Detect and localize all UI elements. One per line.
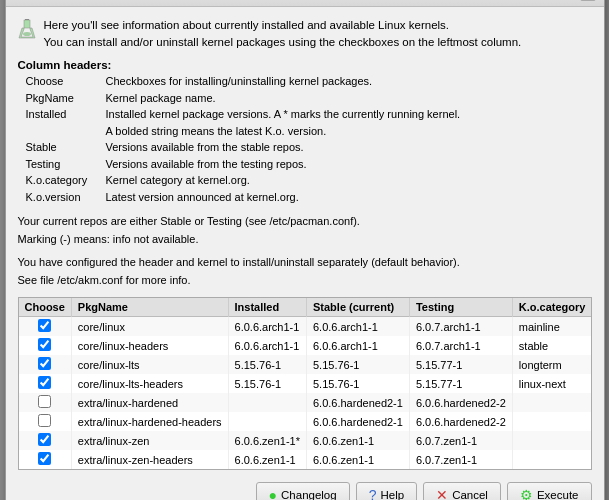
pkgname-cell: extra/linux-hardened-headers xyxy=(71,412,228,431)
changelog-icon: ● xyxy=(269,487,277,500)
checkbox-cell xyxy=(19,317,72,337)
checkbox-cell xyxy=(19,412,72,431)
col-header-testing: Testing Versions available from the test… xyxy=(26,156,592,173)
info-text: Here you'll see information about curren… xyxy=(44,17,522,52)
table-row: core/linux6.0.6.arch1-16.0.6.arch1-16.0.… xyxy=(19,317,592,337)
table-row: extra/linux-hardened-headers6.0.6.harden… xyxy=(19,412,592,431)
help-button[interactable]: ? Help xyxy=(356,482,417,500)
kernel-table-container: Choose PkgName Installed Stable (current… xyxy=(18,297,592,470)
table-row: core/linux-headers6.0.6.arch1-16.0.6.arc… xyxy=(19,336,592,355)
ko-category-cell: stable xyxy=(512,336,591,355)
row-checkbox[interactable] xyxy=(38,395,51,408)
checkbox-cell xyxy=(19,393,72,412)
checkbox-cell xyxy=(19,374,72,393)
pkgname-cell: core/linux xyxy=(71,317,228,337)
ko-category-cell: mainline xyxy=(512,317,591,337)
installed-cell: 5.15.76-1 xyxy=(228,374,306,393)
pkgname-cell: core/linux-lts xyxy=(71,355,228,374)
pkgname-cell: core/linux-lts-headers xyxy=(71,374,228,393)
close-button[interactable]: ✕ xyxy=(580,0,596,1)
installed-cell: 6.0.6.zen1-1* xyxy=(228,431,306,450)
col-header-choose: Choose Checkboxes for installing/uninsta… xyxy=(26,73,592,90)
stable-cell: 6.0.6.arch1-1 xyxy=(306,317,409,337)
info-line2: You can install and/or uninstall kernel … xyxy=(44,34,522,51)
installed-cell xyxy=(228,412,306,431)
col-header-installed: Installed Installed kernel package versi… xyxy=(26,106,592,123)
execute-icon: ⚙ xyxy=(520,487,533,500)
stable-cell: 6.0.6.hardened2-1 xyxy=(306,412,409,431)
help-label: Help xyxy=(380,489,404,500)
pkgname-cell: extra/linux-zen-headers xyxy=(71,450,228,469)
stable-cell: 6.0.6.zen1-1 xyxy=(306,431,409,450)
testing-cell: 6.0.6.hardened2-2 xyxy=(409,393,512,412)
row-checkbox[interactable] xyxy=(38,452,51,465)
col-header-choose-th: Choose xyxy=(19,298,72,317)
note-line1: Your current repos are either Stable or … xyxy=(18,213,592,231)
testing-cell: 6.0.7.arch1-1 xyxy=(409,317,512,337)
col-headers-title: Column headers: xyxy=(18,59,592,71)
stable-cell: 6.0.6.hardened2-1 xyxy=(306,393,409,412)
table-row: core/linux-lts5.15.76-15.15.76-15.15.77-… xyxy=(19,355,592,374)
col-header-ko-version: K.o.version Latest version announced at … xyxy=(26,189,592,206)
info-section: Here you'll see information about curren… xyxy=(18,17,592,52)
help-icon: ? xyxy=(369,487,377,500)
installed-cell: 6.0.6.zen1-1 xyxy=(228,450,306,469)
installed-cell xyxy=(228,393,306,412)
installed-cell: 6.0.6.arch1-1 xyxy=(228,317,306,337)
row-checkbox[interactable] xyxy=(38,338,51,351)
column-headers-section: Column headers: Choose Checkboxes for in… xyxy=(18,59,592,205)
table-header-row: Choose PkgName Installed Stable (current… xyxy=(19,298,592,317)
table-row: extra/linux-zen-headers6.0.6.zen1-16.0.6… xyxy=(19,450,592,469)
row-checkbox[interactable] xyxy=(38,414,51,427)
row-checkbox[interactable] xyxy=(38,433,51,446)
pkgname-cell: extra/linux-hardened xyxy=(71,393,228,412)
ko-category-cell: linux-next xyxy=(512,374,591,393)
col-header-installed-th: Installed xyxy=(228,298,306,317)
table-row: extra/linux-zen6.0.6.zen1-1*6.0.6.zen1-1… xyxy=(19,431,592,450)
pkgname-cell: extra/linux-zen xyxy=(71,431,228,450)
stable-cell: 5.15.76-1 xyxy=(306,355,409,374)
checkbox-cell xyxy=(19,355,72,374)
col-header-stable-th: Stable (current) xyxy=(306,298,409,317)
execute-button[interactable]: ⚙ Execute xyxy=(507,482,592,500)
col-header-ko-category: K.o.category Kernel category at kernel.o… xyxy=(26,172,592,189)
col-header-pkgname-th: PkgName xyxy=(71,298,228,317)
kernel-table: Choose PkgName Installed Stable (current… xyxy=(19,298,592,469)
testing-cell: 5.15.77-1 xyxy=(409,374,512,393)
checkbox-cell xyxy=(19,336,72,355)
row-checkbox[interactable] xyxy=(38,376,51,389)
notes-section: Your current repos are either Stable or … xyxy=(18,213,592,248)
svg-point-3 xyxy=(23,32,31,36)
separate-note-line2: See file /etc/akm.conf for more info. xyxy=(18,272,592,290)
info-line1: Here you'll see information about curren… xyxy=(44,17,522,34)
footer: ● Changelog ? Help ✕ Cancel ⚙ Execute xyxy=(18,478,592,500)
testing-cell: 5.15.77-1 xyxy=(409,355,512,374)
cancel-button[interactable]: ✕ Cancel xyxy=(423,482,501,500)
cancel-icon: ✕ xyxy=(436,487,448,500)
flask-icon xyxy=(18,19,36,43)
testing-cell: 6.0.7.zen1-1 xyxy=(409,431,512,450)
table-row: extra/linux-hardened6.0.6.hardened2-16.0… xyxy=(19,393,592,412)
ko-category-cell: longterm xyxy=(512,355,591,374)
col-header-testing-th: Testing xyxy=(409,298,512,317)
changelog-label: Changelog xyxy=(281,489,337,500)
main-content: Here you'll see information about curren… xyxy=(6,7,604,500)
changelog-button[interactable]: ● Changelog xyxy=(256,482,350,500)
separate-note: You have configured the header and kerne… xyxy=(18,254,592,289)
installed-cell: 6.0.6.arch1-1 xyxy=(228,336,306,355)
separate-note-line1: You have configured the header and kerne… xyxy=(18,254,592,272)
ko-category-cell xyxy=(512,431,591,450)
row-checkbox[interactable] xyxy=(38,357,51,370)
testing-cell: 6.0.6.hardened2-2 xyxy=(409,412,512,431)
col-header-installed-cont: A bolded string means the latest K.o. ve… xyxy=(26,123,592,140)
col-header-stable: Stable Versions available from the stabl… xyxy=(26,139,592,156)
col-header-pkgname: PkgName Kernel package name. xyxy=(26,90,592,107)
col-header-kocategory-th: K.o.category xyxy=(512,298,591,317)
ko-category-cell xyxy=(512,393,591,412)
checkbox-cell xyxy=(19,431,72,450)
svg-rect-1 xyxy=(24,20,30,28)
testing-cell: 6.0.7.zen1-1 xyxy=(409,450,512,469)
main-window: Simple kernel manager ✕ Here you'll see … xyxy=(5,0,605,500)
row-checkbox[interactable] xyxy=(38,319,51,332)
execute-label: Execute xyxy=(537,489,579,500)
